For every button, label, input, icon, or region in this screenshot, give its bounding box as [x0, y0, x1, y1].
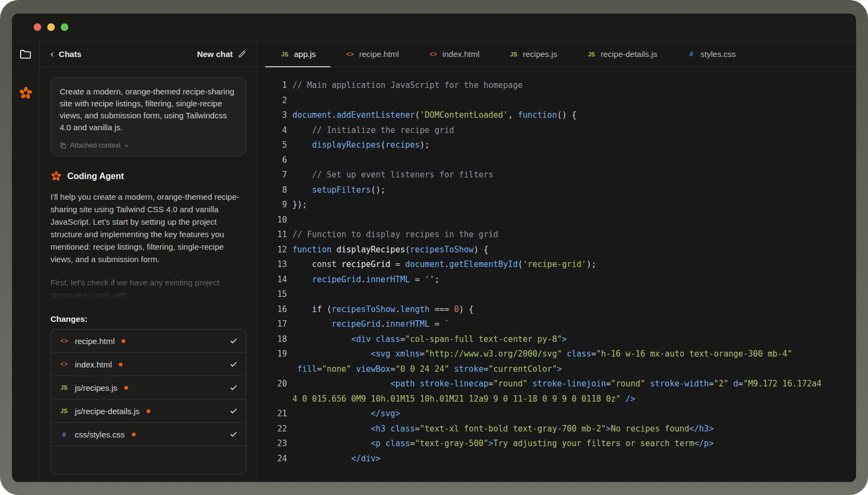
- line-number: 22: [258, 422, 287, 437]
- code-line: 7 // Set up event listeners for filters: [258, 168, 856, 183]
- code-line: 15: [258, 287, 856, 302]
- agent-message: I'll help you create a modern, orange-th…: [50, 191, 246, 265]
- js-file-icon: JS: [59, 384, 69, 391]
- line-number: 19: [258, 347, 287, 362]
- close-button[interactable]: [34, 23, 41, 31]
- line-number: 8: [258, 183, 287, 198]
- line-number: 12: [258, 243, 287, 258]
- tab-label: recipes.js: [523, 49, 557, 59]
- code-line: 1// Main application JavaScript for the …: [258, 78, 856, 93]
- check-icon: [229, 384, 238, 392]
- minimize-button[interactable]: [47, 23, 55, 31]
- user-message-text: Create a modern, orange-themed recipe-sh…: [60, 86, 237, 134]
- agent-message-faded: First, let's check if we have any existi…: [50, 276, 246, 301]
- attached-context-label: Attached context: [70, 142, 120, 149]
- line-number: 16: [258, 302, 287, 318]
- line-number: 9: [258, 198, 287, 213]
- code-line: 9});: [258, 198, 856, 213]
- code-line: 5 displayRecipes(recipes);: [258, 138, 856, 153]
- chat-panel-title: Chats: [59, 49, 81, 59]
- html-file-icon: <>: [59, 360, 69, 368]
- screenshot-frame: ‹ Chats New chat: [0, 0, 868, 495]
- tab-index.html[interactable]: <>index.html: [413, 41, 494, 67]
- changes-label: Changes:: [50, 314, 246, 323]
- tab-label: index.html: [442, 49, 479, 59]
- check-icon: [229, 337, 238, 345]
- code-line: 24 </div>: [258, 452, 856, 467]
- line-number: [258, 392, 287, 407]
- code-line: 13 const recipeGrid = document.getElemen…: [258, 257, 856, 272]
- changed-file-name: js/recipe-details.js: [75, 407, 139, 416]
- line-number: 1: [258, 78, 287, 93]
- code-line: 12function displayRecipes(recipesToShow)…: [258, 243, 856, 258]
- line-number: 6: [258, 153, 287, 168]
- user-message-card: Create a modern, orange-themed recipe-sh…: [50, 77, 246, 156]
- changes-row[interactable]: <>recipe.html: [51, 329, 246, 352]
- line-number: 14: [258, 272, 287, 288]
- code-line: 6: [258, 153, 856, 168]
- editor-pane: JSapp.js<>recipe.html<>index.htmlJSrecip…: [258, 41, 856, 482]
- tab-label: styles.css: [700, 49, 736, 59]
- css-file-icon: #: [686, 50, 696, 58]
- tab-label: recipe.html: [359, 49, 399, 59]
- back-to-chats[interactable]: ‹ Chats: [50, 49, 81, 59]
- chevron-down-icon: [124, 143, 130, 149]
- tab-recipe-details.js[interactable]: JSrecipe-details.js: [572, 41, 672, 67]
- modified-dot-icon: [146, 409, 150, 413]
- changed-file-name: recipe.html: [75, 337, 114, 346]
- new-chat-button[interactable]: New chat: [197, 49, 246, 59]
- code-line: 19 <svg xmlns="http://www.w3.org/2000/sv…: [258, 347, 856, 362]
- tab-recipe.html[interactable]: <>recipe.html: [330, 41, 413, 67]
- line-number: 2: [258, 93, 287, 109]
- modified-dot-icon: [119, 363, 123, 366]
- html-file-icon: <>: [59, 337, 69, 345]
- code-line: 3document.addEventListener('DOMContentLo…: [258, 108, 856, 123]
- code-line: 21 </svg>: [258, 407, 856, 422]
- pencil-icon: [238, 50, 246, 59]
- main-row: ‹ Chats New chat: [12, 41, 856, 482]
- code-line: 4 0 015.656 0M9 10h.01M15 10h.01M21 12a9…: [258, 392, 856, 407]
- titlebar: [12, 14, 856, 41]
- js-file-icon: JS: [280, 51, 290, 58]
- js-file-icon: JS: [509, 51, 519, 58]
- folder-icon[interactable]: [19, 48, 32, 61]
- changes-row[interactable]: JSjs/recipes.js: [51, 376, 246, 399]
- chat-panel: ‹ Chats New chat: [40, 41, 258, 482]
- changes-row[interactable]: #css/styles.css: [51, 422, 246, 446]
- tab-styles.css[interactable]: #styles.css: [672, 41, 750, 67]
- check-icon: [229, 407, 238, 415]
- agent-flower-icon[interactable]: [18, 86, 33, 100]
- check-icon: [229, 360, 238, 369]
- changes-row[interactable]: JSjs/recipe-details.js: [51, 399, 246, 422]
- tab-recipes.js[interactable]: JSrecipes.js: [494, 41, 572, 67]
- code-line: 2: [258, 93, 856, 109]
- code-line: 10: [258, 213, 856, 228]
- line-number: 13: [258, 257, 287, 272]
- code-line: 23 <p class="text-gray-500">Try adjustin…: [258, 436, 856, 452]
- zoom-button[interactable]: [61, 23, 68, 31]
- app-window: ‹ Chats New chat: [12, 14, 856, 482]
- changes-row-partial: [51, 446, 246, 474]
- code-line: 11// Function to display recipes in the …: [258, 227, 856, 243]
- line-number: 3: [258, 108, 287, 123]
- agent-flower-badge-icon: [50, 170, 62, 182]
- agent-header: Coding Agent: [50, 170, 246, 182]
- line-number: [258, 362, 287, 377]
- line-number: 4: [258, 123, 287, 138]
- js-file-icon: JS: [586, 51, 596, 58]
- tab-app.js[interactable]: JSapp.js: [265, 41, 330, 67]
- code-line: fill="none" viewBox="0 0 24 24" stroke="…: [258, 362, 856, 377]
- new-chat-label: New chat: [197, 49, 233, 59]
- changes-row[interactable]: <>index.html: [51, 352, 246, 376]
- code-line: 18 <div class="col-span-full text-center…: [258, 332, 856, 347]
- attached-pages-icon: [60, 142, 67, 149]
- code-area[interactable]: 1// Main application JavaScript for the …: [258, 67, 856, 482]
- changed-file-name: index.html: [75, 360, 112, 369]
- chat-scroll[interactable]: Create a modern, orange-themed recipe-sh…: [40, 67, 257, 482]
- code-line: 14 recipeGrid.innerHTML = '';: [258, 272, 856, 288]
- attached-context-toggle[interactable]: Attached context: [60, 142, 130, 149]
- code-line: 4 // Initialize the recipe grid: [258, 123, 856, 138]
- line-number: 17: [258, 317, 287, 332]
- back-chevron-icon: ‹: [50, 48, 54, 59]
- code-line: 20 <path stroke-linecap="round" stroke-l…: [258, 377, 856, 392]
